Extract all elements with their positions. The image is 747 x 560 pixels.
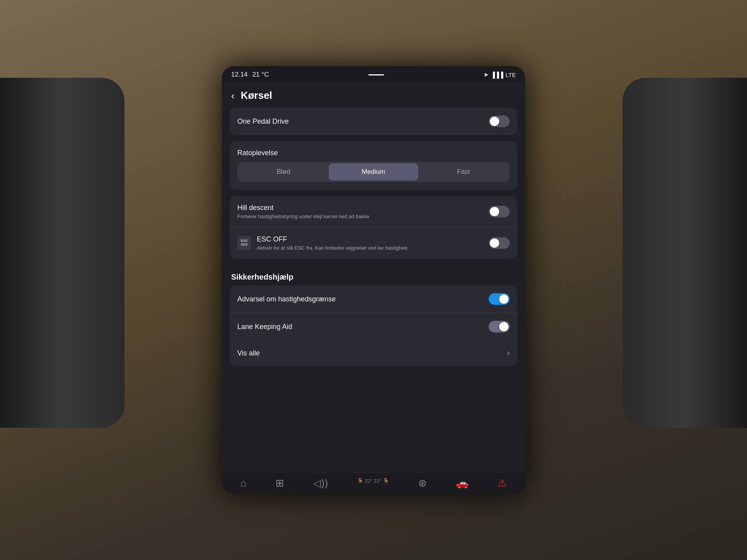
page-header: ‹ Kørsel xyxy=(230,82,517,108)
toggle-knob-hill xyxy=(490,207,499,216)
grid-icon: ⊞ xyxy=(275,478,284,488)
lane-keeping-toggle[interactable] xyxy=(489,321,510,332)
warning-icon: ⚠ xyxy=(498,478,507,488)
lane-keeping-label: Lane Keeping Aid xyxy=(237,323,292,331)
one-pedal-drive-toggle[interactable] xyxy=(489,116,510,127)
mount-right xyxy=(622,78,747,428)
esc-off-toggle[interactable] xyxy=(489,237,510,249)
esc-icon-bottom: OFF xyxy=(241,243,248,247)
steering-option-medium[interactable]: Medium xyxy=(329,163,418,180)
signal-icon: ▐▐▐ xyxy=(491,72,503,78)
fan-icon: ⊛ xyxy=(418,478,427,488)
status-right: ➤ ▐▐▐ LTE xyxy=(484,71,516,78)
page-title: Kørsel xyxy=(241,89,272,102)
climate-display: 🪑 22° 22° 🪑 · · · · · · xyxy=(357,478,389,488)
nav-warning[interactable]: ⚠ xyxy=(498,478,507,488)
location-icon: ➤ xyxy=(484,71,489,78)
temp-dots: · · · · · · xyxy=(357,485,389,488)
one-pedal-drive-label: One Pedal Drive xyxy=(237,117,289,126)
toggle-knob-esc xyxy=(490,238,499,248)
home-icon: ⌂ xyxy=(240,478,247,488)
steering-selector: Blød Medium Fast xyxy=(237,162,510,182)
seat-icon: 🪑 22° 22° 🪑 xyxy=(357,478,389,485)
drive-assists-card: Hill descent Forberer hastighedsstyring … xyxy=(230,196,517,259)
one-pedal-drive-card: One Pedal Drive xyxy=(230,108,517,135)
esc-off-left: ESC OFF ESC OFF Aktivér for at slå ESC f… xyxy=(237,235,409,251)
vis-alle-label: Vis alle xyxy=(237,349,260,357)
status-center xyxy=(368,74,384,75)
hill-descent-label: Hill descent xyxy=(237,204,369,212)
one-pedal-drive-row: One Pedal Drive xyxy=(230,108,517,135)
bottom-nav: ⌂ ⊞ ◁)) 🪑 22° 22° 🪑 · · · · · · ⊛ 🚗 ⚠ xyxy=(222,472,525,494)
nav-grid[interactable]: ⊞ xyxy=(275,478,284,488)
advarsel-row: Advarsel om hastighedsgrænse xyxy=(230,285,517,313)
esc-off-label: ESC OFF xyxy=(257,235,409,243)
ratoplevelse-label: Ratoplevelse xyxy=(230,141,517,159)
chevron-right-icon: › xyxy=(507,348,510,358)
toggle-knob-lane xyxy=(499,322,509,331)
hill-descent-toggle[interactable] xyxy=(489,206,510,217)
hill-descent-row: Hill descent Forberer hastighedsstyring … xyxy=(230,196,517,227)
steering-option-blod[interactable]: Blød xyxy=(239,163,328,180)
nav-sound[interactable]: ◁)) xyxy=(313,478,328,488)
sound-icon: ◁)) xyxy=(313,478,328,488)
steering-option-fast[interactable]: Fast xyxy=(419,163,508,180)
nav-climate[interactable]: 🪑 22° 22° 🪑 · · · · · · xyxy=(357,478,389,488)
ratoplevelse-card: Ratoplevelse Blød Medium Fast xyxy=(230,141,517,190)
nav-fan[interactable]: ⊛ xyxy=(418,478,427,488)
hill-descent-text: Hill descent Forberer hastighedsstyring … xyxy=(237,204,369,219)
status-bar: 12.14 21 °C ➤ ▐▐▐ LTE xyxy=(222,66,525,82)
sikkerhedshjælp-section-header: Sikkerhedshjælp xyxy=(230,265,517,285)
nav-car[interactable]: 🚗 xyxy=(456,478,468,488)
esc-off-sublabel: Aktivér for at slå ESC fra. Kan forbedre… xyxy=(257,245,409,251)
temperature-display: 21 °C xyxy=(253,71,269,79)
lane-keeping-row: Lane Keeping Aid xyxy=(230,313,517,340)
toggle-knob xyxy=(490,117,499,126)
esc-icon: ESC OFF xyxy=(237,236,251,250)
vis-alle-row[interactable]: Vis alle › xyxy=(230,340,517,366)
nav-home[interactable]: ⌂ xyxy=(240,478,247,488)
hill-descent-sublabel: Forberer hastighedsstyring under stejl k… xyxy=(237,214,369,219)
time-display: 12.14 xyxy=(231,71,248,79)
lte-label: LTE xyxy=(506,72,516,78)
tablet-screen: 12.14 21 °C ➤ ▐▐▐ LTE ‹ Kørsel One Pedal… xyxy=(222,66,525,494)
back-button[interactable]: ‹ xyxy=(231,91,235,101)
center-indicator xyxy=(368,74,384,75)
status-left: 12.14 21 °C xyxy=(231,71,269,79)
main-content: ‹ Kørsel One Pedal Drive Ratoplevelse Bl… xyxy=(222,82,525,472)
advarsel-label: Advarsel om hastighedsgrænse xyxy=(237,295,336,303)
advarsel-toggle[interactable] xyxy=(489,293,510,305)
car-icon: 🚗 xyxy=(456,478,468,488)
esc-off-row: ESC OFF ESC OFF Aktivér for at slå ESC f… xyxy=(230,227,517,259)
mount-left xyxy=(0,78,124,428)
sikkerhedshjælp-card: Advarsel om hastighedsgrænse Lane Keepin… xyxy=(230,285,517,366)
toggle-knob-advarsel xyxy=(499,294,509,304)
esc-off-text: ESC OFF Aktivér for at slå ESC fra. Kan … xyxy=(257,235,409,251)
